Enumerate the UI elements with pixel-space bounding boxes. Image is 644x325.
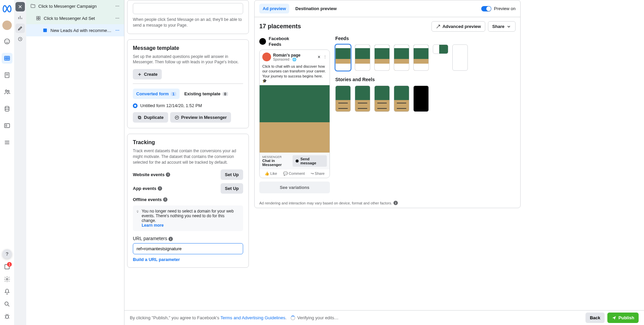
- svg-point-15: [116, 6, 116, 6]
- build-url-link[interactable]: Build a URL parameter: [133, 257, 180, 262]
- nav-settings-icon[interactable]: [4, 276, 10, 284]
- ad-menu-icon[interactable]: ⋮: [323, 55, 327, 59]
- nav-bell-icon[interactable]: [4, 288, 10, 296]
- svg-rect-8: [5, 124, 10, 128]
- ad-cta-bar: MESSENGER Chat in Messenger Send message: [260, 153, 330, 169]
- see-variations-button[interactable]: See variations: [259, 182, 330, 193]
- template-title: Message template: [133, 45, 243, 51]
- setup-app-button[interactable]: Set Up: [221, 183, 243, 194]
- back-button[interactable]: Back: [585, 313, 605, 323]
- setup-website-button[interactable]: Set Up: [221, 169, 243, 180]
- nav-emoji-icon[interactable]: [2, 36, 12, 47]
- close-panel-button[interactable]: [15, 2, 25, 11]
- placement-thumb[interactable]: [355, 86, 370, 112]
- user-avatar[interactable]: [2, 21, 12, 30]
- publish-button[interactable]: Publish: [607, 313, 639, 323]
- tab-destination-preview[interactable]: Destination preview: [292, 4, 340, 13]
- svg-rect-19: [39, 17, 40, 18]
- nav-document-icon[interactable]: [2, 70, 12, 80]
- placement-thumb[interactable]: [335, 44, 351, 71]
- placement-thumb[interactable]: [394, 44, 409, 71]
- stories-section-title: Stories and Reels: [335, 77, 516, 82]
- svg-point-22: [116, 18, 116, 19]
- ad-tree-item[interactable]: New Leads Ad with recommend…: [26, 24, 124, 36]
- placement-thumb[interactable]: [335, 86, 351, 112]
- nav-table-icon[interactable]: [2, 53, 12, 64]
- svg-point-2: [8, 40, 8, 41]
- history-icon[interactable]: [15, 34, 25, 44]
- preview-toggle[interactable]: [481, 6, 491, 11]
- preview-channel-label: Facebook: [269, 36, 289, 41]
- form-name: Untitled form 12/14/20, 1:52 PM: [140, 103, 202, 108]
- info-icon[interactable]: i: [163, 197, 167, 202]
- svg-point-28: [118, 30, 119, 31]
- tab-converted-form[interactable]: Converted form 1: [133, 89, 180, 99]
- meta-logo[interactable]: [2, 4, 12, 14]
- form-radio-row[interactable]: Untitled form 12/14/20, 1:52 PM: [133, 103, 243, 108]
- create-template-button[interactable]: Create: [133, 69, 162, 79]
- tab-existing-template[interactable]: Existing template 0: [181, 89, 231, 99]
- stats-icon[interactable]: [15, 13, 25, 22]
- info-icon[interactable]: i: [393, 201, 398, 205]
- website-events-label: Website events: [133, 172, 164, 177]
- ad-primary-text: Click to chat with us and discover how o…: [260, 64, 330, 85]
- nav-menu-icon[interactable]: [2, 137, 12, 148]
- placement-thumb[interactable]: [374, 44, 390, 71]
- nav-bug-icon[interactable]: [4, 313, 10, 321]
- nav-audiences-icon[interactable]: [2, 87, 12, 97]
- share-button-mock[interactable]: ↪ Share: [311, 171, 325, 176]
- adset-tree-item[interactable]: Click to Messenger Ad Set: [26, 12, 124, 24]
- placement-thumb[interactable]: [355, 44, 370, 71]
- placement-thumb[interactable]: [374, 86, 390, 112]
- domain-tip-box: You no longer need to select a domain fo…: [133, 205, 243, 231]
- svg-point-6: [8, 90, 9, 92]
- placement-thumb[interactable]: [413, 44, 429, 71]
- nav-news-icon[interactable]: 1: [4, 263, 10, 271]
- radio-selected-icon: [133, 103, 138, 108]
- message-destination-select[interactable]: [133, 3, 243, 14]
- svg-point-17: [118, 6, 119, 6]
- svg-point-23: [117, 18, 118, 19]
- duplicate-button[interactable]: Duplicate: [133, 112, 168, 123]
- comment-button[interactable]: 💬 Comment: [283, 171, 305, 176]
- advanced-preview-button[interactable]: Advanced preview: [431, 21, 485, 32]
- info-icon[interactable]: i: [166, 172, 170, 177]
- ad-menu-icon[interactable]: [115, 28, 120, 33]
- learn-more-link[interactable]: Learn more: [142, 223, 163, 228]
- campaign-tree-item[interactable]: Click to Messenger Campaign: [26, 0, 124, 12]
- publish-agreement: By clicking "Publish," you agree to Face…: [130, 315, 287, 320]
- placement-thumb[interactable]: [394, 86, 409, 112]
- adset-menu-icon[interactable]: [115, 15, 120, 21]
- nav-billing-icon[interactable]: [2, 103, 12, 114]
- svg-rect-9: [6, 125, 7, 127]
- svg-rect-3: [5, 56, 10, 60]
- ad-preview-mock: Román's page Sponsored · 🌐 ✕ ⋮ Click to …: [259, 50, 330, 178]
- placement-thumb[interactable]: [433, 44, 448, 54]
- svg-rect-20: [37, 19, 38, 20]
- placement-thumb[interactable]: [452, 44, 468, 71]
- bulb-icon: [136, 209, 139, 214]
- url-params-input[interactable]: [133, 243, 243, 254]
- send-message-cta[interactable]: Send message: [293, 155, 327, 167]
- edit-icon[interactable]: [15, 24, 25, 33]
- close-ad-icon[interactable]: ✕: [317, 55, 320, 59]
- verify-status: Verifying your edits…: [297, 315, 339, 320]
- svg-point-1: [6, 40, 7, 41]
- svg-point-27: [117, 30, 118, 31]
- nav-search-icon[interactable]: [4, 301, 10, 308]
- tracking-desc: Track event datasets that contain the co…: [133, 148, 243, 165]
- svg-point-7: [5, 106, 9, 108]
- facebook-icon: [259, 38, 266, 45]
- nav-events-icon[interactable]: [2, 120, 12, 131]
- preview-messenger-button[interactable]: Preview in Messenger: [170, 112, 231, 123]
- like-button[interactable]: 👍 Like: [265, 171, 277, 176]
- info-icon[interactable]: i: [168, 237, 173, 241]
- placement-thumb[interactable]: [413, 86, 429, 112]
- info-icon[interactable]: i: [158, 186, 162, 191]
- svg-point-16: [117, 6, 118, 6]
- tab-ad-preview[interactable]: Ad preview: [259, 4, 289, 13]
- campaign-menu-icon[interactable]: [115, 3, 120, 9]
- share-button[interactable]: Share: [488, 21, 516, 32]
- help-button[interactable]: ?: [2, 249, 12, 259]
- terms-link[interactable]: Terms and Advertising Guidelines: [220, 315, 285, 320]
